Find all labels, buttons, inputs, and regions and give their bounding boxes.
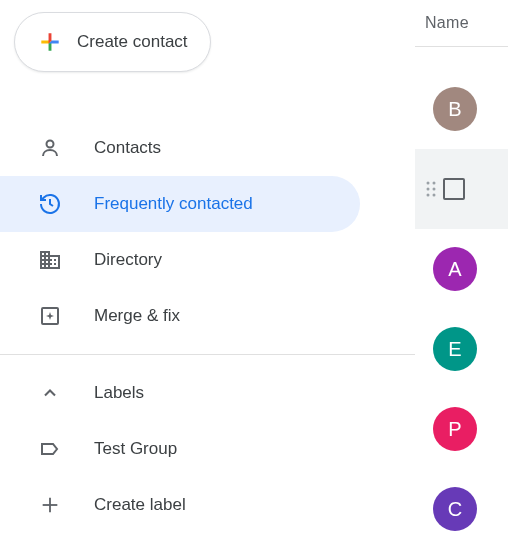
nav-merge-fix[interactable]: Merge & fix bbox=[0, 288, 360, 344]
avatar: A bbox=[433, 247, 477, 291]
svg-point-8 bbox=[427, 194, 430, 197]
divider bbox=[0, 354, 415, 355]
avatar: E bbox=[433, 327, 477, 371]
select-checkbox[interactable] bbox=[443, 178, 465, 200]
nav-contacts[interactable]: Contacts bbox=[0, 120, 360, 176]
nav-label: Create label bbox=[94, 495, 186, 515]
building-icon bbox=[38, 248, 62, 272]
person-icon bbox=[38, 136, 62, 160]
svg-point-4 bbox=[427, 182, 430, 185]
nav-label: Test Group bbox=[94, 439, 177, 459]
svg-point-7 bbox=[433, 188, 436, 191]
drag-handle-icon[interactable] bbox=[425, 179, 437, 199]
sidebar: Create contact Contacts Frequently conta… bbox=[0, 0, 415, 545]
column-header-name[interactable]: Name bbox=[415, 14, 508, 46]
avatar: B bbox=[433, 87, 477, 131]
nav-label: Directory bbox=[94, 250, 162, 270]
create-contact-label: Create contact bbox=[77, 32, 188, 52]
nav-label: Contacts bbox=[94, 138, 161, 158]
divider bbox=[415, 46, 508, 47]
contact-row[interactable]: P bbox=[415, 389, 508, 469]
contact-row[interactable]: A bbox=[415, 229, 508, 309]
nav: Contacts Frequently contacted Directory bbox=[0, 120, 415, 533]
svg-point-5 bbox=[433, 182, 436, 185]
contact-row[interactable]: C bbox=[415, 469, 508, 545]
nav-label: Merge & fix bbox=[94, 306, 180, 326]
nav-frequently-contacted[interactable]: Frequently contacted bbox=[0, 176, 360, 232]
svg-point-9 bbox=[433, 194, 436, 197]
sparkle-icon bbox=[38, 304, 62, 328]
svg-point-6 bbox=[427, 188, 430, 191]
nav-label: Frequently contacted bbox=[94, 194, 253, 214]
main-contacts-list: Name BAEPC bbox=[415, 0, 508, 545]
plus-icon bbox=[38, 493, 62, 517]
nav-create-label[interactable]: Create label bbox=[0, 477, 360, 533]
plus-icon bbox=[37, 29, 63, 55]
chevron-up-icon bbox=[38, 381, 62, 405]
history-icon bbox=[38, 192, 62, 216]
nav-labels[interactable]: Labels bbox=[0, 365, 360, 421]
label-icon bbox=[38, 437, 62, 461]
nav-test-group[interactable]: Test Group bbox=[0, 421, 360, 477]
nav-directory[interactable]: Directory bbox=[0, 232, 360, 288]
contact-row[interactable]: E bbox=[415, 309, 508, 389]
create-contact-button[interactable]: Create contact bbox=[14, 12, 211, 72]
svg-point-0 bbox=[47, 141, 54, 148]
contact-row[interactable]: B bbox=[415, 69, 508, 149]
avatar: P bbox=[433, 407, 477, 451]
contact-row[interactable] bbox=[415, 149, 508, 229]
avatar: C bbox=[433, 487, 477, 531]
nav-label: Labels bbox=[94, 383, 144, 403]
